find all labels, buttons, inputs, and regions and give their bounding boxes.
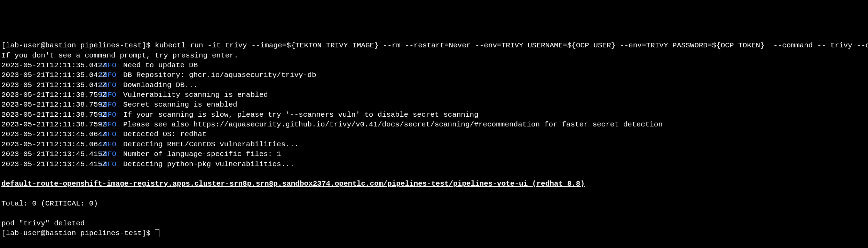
shell-prompt: [lab-user@bastion pipelines-test]$	[1, 41, 155, 49]
log-level: INFO	[99, 90, 123, 100]
log-line: 2023-05-21T12:13:45.064ZINFODetected OS:…	[1, 130, 867, 139]
log-line: 2023-05-21T12:11:38.759ZINFOIf your scan…	[1, 110, 867, 120]
log-message: Number of language-specific files: 1	[123, 150, 281, 158]
log-line: 2023-05-21T12:11:35.042ZINFONeed to upda…	[1, 61, 867, 70]
log-timestamp: 2023-05-21T12:11:35.042Z	[1, 61, 99, 70]
log-level: INFO	[99, 149, 123, 159]
log-timestamp: 2023-05-21T12:13:45.415Z	[1, 160, 99, 169]
log-timestamp: 2023-05-21T12:13:45.415Z	[1, 149, 99, 159]
log-level: INFO	[99, 130, 123, 139]
log-line: 2023-05-21T12:11:35.042ZINFODownloading …	[1, 80, 867, 90]
log-level: INFO	[99, 120, 123, 130]
shell-prompt-end: [lab-user@bastion pipelines-test]$	[1, 229, 155, 237]
log-level: INFO	[99, 110, 123, 120]
log-message: Please see also https://aquasecurity.git…	[123, 121, 663, 129]
log-message: Need to update DB	[123, 61, 198, 69]
log-level: INFO	[99, 80, 123, 90]
log-timestamp: 2023-05-21T12:13:45.064Z	[1, 140, 99, 149]
log-timestamp: 2023-05-21T12:11:35.042Z	[1, 80, 99, 90]
log-message: If your scanning is slow, please try '--…	[123, 111, 479, 119]
log-timestamp: 2023-05-21T12:11:38.759Z	[1, 100, 99, 110]
pod-deleted-line: pod "trivy" deleted	[1, 219, 85, 227]
log-line: 2023-05-21T12:11:38.759ZINFOVulnerabilit…	[1, 90, 867, 100]
command-text: kubectl run -it trivy --image=${TEKTON_T…	[155, 41, 868, 49]
log-timestamp: 2023-05-21T12:11:35.042Z	[1, 70, 99, 80]
log-line: 2023-05-21T12:11:38.759ZINFOSecret scann…	[1, 100, 867, 110]
log-line: 2023-05-21T12:13:45.064ZINFODetecting RH…	[1, 140, 867, 149]
log-timestamp: 2023-05-21T12:13:45.064Z	[1, 130, 99, 139]
scan-totals: Total: 0 (CRITICAL: 0)	[1, 200, 98, 208]
terminal-output[interactable]: [lab-user@bastion pipelines-test]$ kubec…	[1, 41, 867, 238]
log-line: 2023-05-21T12:11:38.759ZINFOPlease see a…	[1, 120, 867, 130]
log-message: DB Repository: ghcr.io/aquasecurity/triv…	[123, 71, 316, 79]
log-level: INFO	[99, 61, 123, 70]
log-line: 2023-05-21T12:13:45.415ZINFONumber of la…	[1, 149, 867, 159]
log-level: INFO	[99, 70, 123, 80]
log-level: INFO	[99, 160, 123, 169]
log-message: Downloading DB...	[123, 81, 198, 89]
log-message: Detected OS: redhat	[123, 130, 206, 138]
log-timestamp: 2023-05-21T12:11:38.759Z	[1, 120, 99, 130]
log-timestamp: 2023-05-21T12:11:38.759Z	[1, 90, 99, 100]
log-level: INFO	[99, 100, 123, 110]
log-message: Secret scanning is enabled	[123, 101, 237, 109]
log-lines: 2023-05-21T12:11:35.042ZINFONeed to upda…	[1, 61, 867, 169]
log-message: Detecting RHEL/CentOS vulnerabilities...	[123, 140, 299, 148]
log-message: Detecting python-pkg vulnerabilities...	[123, 160, 294, 168]
log-level: INFO	[99, 140, 123, 149]
scan-target-heading: default-route-openshift-image-registry.a…	[1, 180, 585, 188]
log-timestamp: 2023-05-21T12:11:38.759Z	[1, 110, 99, 120]
log-line: 2023-05-21T12:11:35.042ZINFODB Repositor…	[1, 70, 867, 80]
instruction-line: If you don't see a command prompt, try p…	[1, 52, 238, 60]
log-message: Vulnerability scanning is enabled	[123, 91, 268, 99]
cursor-icon	[155, 229, 159, 237]
log-line: 2023-05-21T12:13:45.415ZINFODetecting py…	[1, 160, 867, 169]
